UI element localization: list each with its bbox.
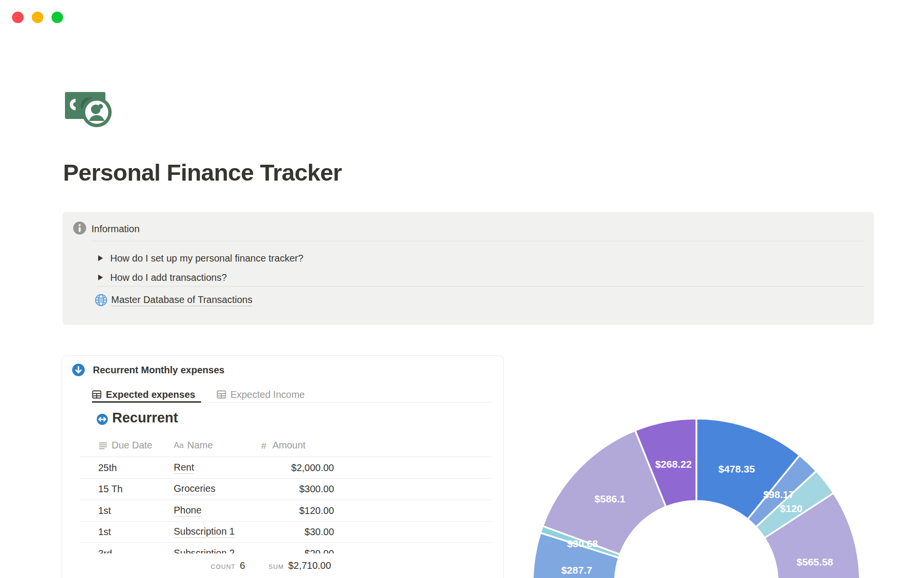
cell-due-date: 15 Th xyxy=(98,479,170,500)
cell-due-date: 1st xyxy=(98,500,170,522)
table-row[interactable]: 25thRent$2,000.00 xyxy=(62,457,503,479)
traffic-light-minimize[interactable] xyxy=(32,12,43,23)
card-title: Recurrent Monthly expenses xyxy=(93,365,224,376)
master-database-link-label: Master Database of Transactions xyxy=(111,294,252,306)
toggle-triangle-icon xyxy=(98,274,103,281)
sum-value: $2,710.00 xyxy=(288,560,331,571)
list-icon xyxy=(98,441,108,450)
count-aggregate[interactable]: COUNT 6 xyxy=(211,560,245,571)
column-header-name[interactable]: Aa Name xyxy=(174,440,213,451)
cell-due-date: 25th xyxy=(98,457,170,479)
arrow-down-circle-icon xyxy=(72,364,85,376)
cell-due-date: 1st xyxy=(98,522,170,543)
toggle-triangle-icon xyxy=(98,255,103,262)
toggle-add-transactions-question[interactable]: How do I add transactions? xyxy=(91,268,864,287)
database-title: Recurrent xyxy=(112,410,178,426)
table-icon xyxy=(92,390,102,399)
column-label: Amount xyxy=(272,440,306,451)
active-tab-underline xyxy=(92,401,201,403)
cell-amount: $30.00 xyxy=(221,522,334,543)
count-label: COUNT xyxy=(211,563,235,570)
cell-amount: $120.00 xyxy=(221,500,334,522)
tab-label: Expected expenses xyxy=(106,389,195,400)
view-tabs: Expected expenses Expected Income xyxy=(92,387,305,402)
column-label: Due Date xyxy=(112,440,153,451)
table-row[interactable]: 1stPhone$120.00 xyxy=(62,500,503,522)
page-title: Personal Finance Tracker xyxy=(63,159,342,186)
globe-icon xyxy=(95,294,107,306)
traffic-light-zoom[interactable] xyxy=(51,12,63,23)
card-header[interactable]: Recurrent Monthly expenses xyxy=(72,364,224,376)
tab-label: Expected Income xyxy=(231,389,305,400)
tab-expected-expenses[interactable]: Expected expenses xyxy=(92,389,195,400)
column-headers: Due Date Aa Name # Amount xyxy=(62,440,503,456)
table-footer: COUNT 6 SUM $2,710.00 xyxy=(63,553,503,578)
toggle-label: How do I set up my personal finance trac… xyxy=(110,253,303,264)
window-controls xyxy=(12,12,63,23)
sum-aggregate[interactable]: SUM $2,710.00 xyxy=(269,560,331,571)
table-row[interactable]: 1stSubscription 1$30.00 xyxy=(62,522,503,543)
info-icon xyxy=(73,222,86,235)
callout-title: Information xyxy=(91,223,140,235)
table-row[interactable]: 15 ThGroceries$300.00 xyxy=(62,479,503,500)
expenses-card: Recurrent Monthly expenses Expected expe… xyxy=(62,355,504,578)
count-value: 6 xyxy=(240,560,245,571)
column-label: Name xyxy=(187,440,213,451)
page-icon banknote-with-coin-icon[interactable] xyxy=(63,88,115,129)
arrows-left-right-circle-icon xyxy=(97,414,108,425)
traffic-light-close[interactable] xyxy=(12,12,24,23)
column-header-amount[interactable]: # Amount xyxy=(259,440,306,451)
database-title-row[interactable]: Recurrent xyxy=(97,410,178,426)
text-icon: Aa xyxy=(174,441,183,450)
number-icon: # xyxy=(259,441,269,450)
column-header-due-date[interactable]: Due Date xyxy=(98,440,153,451)
cell-amount: $2,000.00 xyxy=(221,457,334,479)
table-icon xyxy=(217,390,226,399)
sum-label: SUM xyxy=(269,563,284,570)
divider xyxy=(91,241,864,241)
toggle-setup-question[interactable]: How do I set up my personal finance trac… xyxy=(91,249,864,268)
divider xyxy=(97,286,864,287)
info-callout: Information How do I set up my personal … xyxy=(63,212,874,325)
table-body: 25thRent$2,000.0015 ThGroceries$300.001s… xyxy=(62,457,503,565)
master-database-link[interactable]: Master Database of Transactions xyxy=(95,292,252,308)
notion-window: Personal Finance Tracker Information How… xyxy=(0,0,924,578)
toggle-label: How do I add transactions? xyxy=(110,272,227,283)
tab-expected-income[interactable]: Expected Income xyxy=(217,389,305,400)
cell-amount: $300.00 xyxy=(221,479,334,500)
